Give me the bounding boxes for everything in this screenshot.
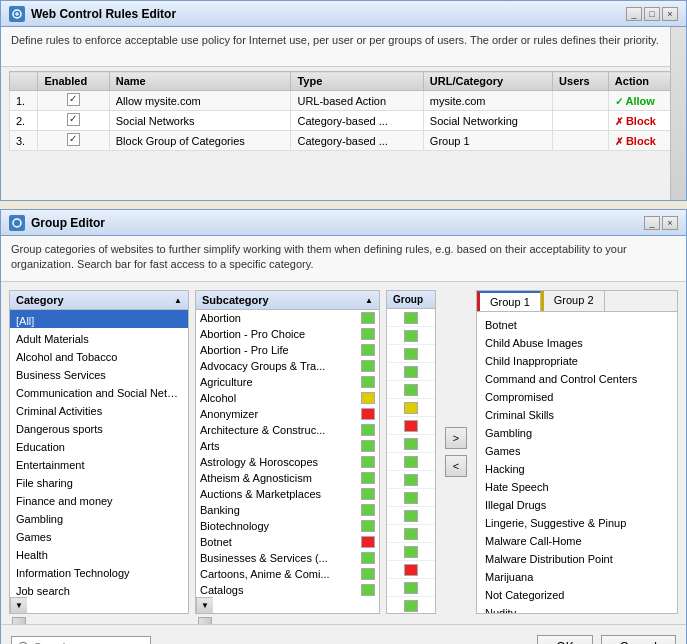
info-text: Define rules to enforce acceptable use p… xyxy=(1,27,686,67)
group-list-item[interactable]: Not Categorized xyxy=(477,584,677,602)
group-list-item[interactable]: Marijuana xyxy=(477,566,677,584)
category-scrollbar[interactable]: ▲ ▼ xyxy=(10,597,26,613)
category-item[interactable]: Education xyxy=(10,436,188,454)
category-item[interactable]: Entertainment xyxy=(10,454,188,472)
category-item[interactable]: Health xyxy=(10,544,188,562)
group-col-label: Group xyxy=(393,294,423,305)
subcategory-item[interactable]: Auctions & Marketplaces xyxy=(196,486,379,502)
category-item[interactable]: [All] xyxy=(10,310,188,328)
group-tab-2[interactable]: Group 2 xyxy=(541,291,605,311)
category-item[interactable]: Games xyxy=(10,526,188,544)
subcategory-item[interactable]: Biotechnology xyxy=(196,518,379,534)
subcategory-color-indicator xyxy=(361,584,375,596)
subcategory-header-label: Subcategory xyxy=(202,294,269,306)
category-item[interactable]: File sharing xyxy=(10,472,188,490)
group-editor-window: Group categories of websites to further … xyxy=(0,235,687,644)
subcategory-item[interactable]: Arts xyxy=(196,438,379,454)
ge-close-button[interactable]: × xyxy=(662,216,678,230)
move-left-button[interactable]: < xyxy=(445,455,467,477)
title-bar: Web Control Rules Editor _ □ × xyxy=(0,0,687,26)
category-header-label: Category xyxy=(16,294,64,306)
subcategory-item[interactable]: Atheism & Agnosticism xyxy=(196,470,379,486)
subcategory-header[interactable]: Subcategory ▲ xyxy=(196,291,379,310)
group-list-item[interactable]: Games xyxy=(477,440,677,458)
subcategory-item[interactable]: Agriculture xyxy=(196,374,379,390)
category-item[interactable]: Gambling xyxy=(10,508,188,526)
subcategory-item[interactable]: Abortion xyxy=(196,310,379,326)
sub-scroll-down[interactable]: ▼ xyxy=(197,597,213,613)
row-num: 3. xyxy=(10,131,38,151)
group-col-panel: Group xyxy=(386,290,436,614)
subcategory-item[interactable]: Cartoons, Anime & Comi... xyxy=(196,566,379,582)
category-scroll-down[interactable]: ▼ xyxy=(11,597,27,613)
category-item[interactable]: Communication and Social Networks xyxy=(10,382,188,400)
row-url: mysite.com xyxy=(423,91,552,111)
subcategory-item[interactable]: Abortion - Pro Choice xyxy=(196,326,379,342)
transfer-buttons: > < xyxy=(442,290,470,614)
category-header[interactable]: Category ▲ xyxy=(10,291,188,310)
search-box[interactable] xyxy=(11,636,151,645)
category-item[interactable]: Finance and money xyxy=(10,490,188,508)
row-enabled[interactable] xyxy=(38,131,109,151)
subcategory-item[interactable]: Astrology & Horoscopes xyxy=(196,454,379,470)
row-num: 1. xyxy=(10,91,38,111)
subcategory-item[interactable]: Catalogs xyxy=(196,582,379,597)
category-item[interactable]: Business Services xyxy=(10,364,188,382)
ge-minimize-button[interactable]: _ xyxy=(644,216,660,230)
row-enabled[interactable] xyxy=(38,91,109,111)
group-list-item[interactable]: Child Inappropriate xyxy=(477,350,677,368)
subcategory-scrollbar[interactable]: ▲ ▼ xyxy=(196,597,212,613)
group-col-item xyxy=(387,525,435,543)
cancel-button[interactable]: Cancel xyxy=(601,635,676,645)
category-item[interactable]: Alcohol and Tobacco xyxy=(10,346,188,364)
subcategory-item[interactable]: Banking xyxy=(196,502,379,518)
subcategory-label: Abortion xyxy=(200,312,361,324)
group-list-item[interactable]: Command and Control Centers xyxy=(477,368,677,386)
group-tab-1[interactable]: Group 1 xyxy=(477,291,541,311)
subcategory-item[interactable]: Advocacy Groups & Tra... xyxy=(196,358,379,374)
subcategory-label: Biotechnology xyxy=(200,520,361,532)
group-list-item[interactable]: Illegal Drugs xyxy=(477,494,677,512)
group-col-item xyxy=(387,399,435,417)
group-col-list xyxy=(387,309,435,613)
group-col-item xyxy=(387,453,435,471)
subcategory-color-indicator xyxy=(361,408,375,420)
group-list-item[interactable]: Botnet xyxy=(477,314,677,332)
group-tabs: Group 1 Group 2 xyxy=(477,291,677,312)
row-enabled[interactable] xyxy=(38,111,109,131)
subcategory-item[interactable]: Botnet xyxy=(196,534,379,550)
category-item[interactable]: Dangerous sports xyxy=(10,418,188,436)
subcategory-item[interactable]: Alcohol xyxy=(196,390,379,406)
group-list-item[interactable]: Hacking xyxy=(477,458,677,476)
app-icon xyxy=(9,6,25,22)
restore-button[interactable]: □ xyxy=(644,7,660,21)
group-list-item[interactable]: Gambling xyxy=(477,422,677,440)
group-list-item[interactable]: Lingerie, Suggestive & Pinup xyxy=(477,512,677,530)
ok-button[interactable]: OK xyxy=(537,635,592,645)
subcategory-item[interactable]: Architecture & Construc... xyxy=(196,422,379,438)
group-list-item[interactable]: Criminal Skills xyxy=(477,404,677,422)
group-list-item[interactable]: Malware Call-Home xyxy=(477,530,677,548)
category-item[interactable]: Criminal Activities xyxy=(10,400,188,418)
main-scrollbar[interactable] xyxy=(670,27,686,200)
category-item[interactable]: Adult Materials xyxy=(10,328,188,346)
table-row: 3. Block Group of Categories Category-ba… xyxy=(10,131,678,151)
category-item[interactable]: Job search xyxy=(10,580,188,597)
subcategory-item[interactable]: Abortion - Pro Life xyxy=(196,342,379,358)
search-input[interactable] xyxy=(34,641,134,645)
group-list-item[interactable]: Malware Distribution Point xyxy=(477,548,677,566)
group-col-item xyxy=(387,543,435,561)
group-list-item[interactable]: Nudity xyxy=(477,602,677,613)
subcategory-item[interactable]: Anonymizer xyxy=(196,406,379,422)
group-list-item[interactable]: Compromised xyxy=(477,386,677,404)
close-button[interactable]: × xyxy=(662,7,678,21)
subcategory-item[interactable]: Businesses & Services (... xyxy=(196,550,379,566)
minimize-button[interactable]: _ xyxy=(626,7,642,21)
group-list-item[interactable]: Hate Speech xyxy=(477,476,677,494)
row-type: URL-based Action xyxy=(291,91,423,111)
row-name: Social Networks xyxy=(109,111,291,131)
move-right-button[interactable]: > xyxy=(445,427,467,449)
col-name: Name xyxy=(109,72,291,91)
category-item[interactable]: Information Technology xyxy=(10,562,188,580)
group-list-item[interactable]: Child Abuse Images xyxy=(477,332,677,350)
